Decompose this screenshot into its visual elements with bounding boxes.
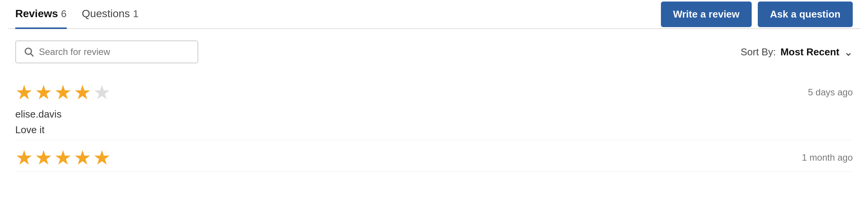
- ask-question-button[interactable]: Ask a question: [758, 2, 853, 27]
- reviews-list: ★ ★ ★ ★ ★ 5 days ago elise.davis Love it…: [8, 71, 860, 176]
- star-rating: ★ ★ ★ ★ ★: [15, 148, 111, 168]
- tab-reviews-label: Reviews: [15, 8, 58, 20]
- tab-actions: Write a review Ask a question: [661, 2, 853, 27]
- tab-reviews-count: 6: [61, 8, 66, 20]
- star-3: ★: [54, 82, 72, 102]
- star-4: ★: [74, 82, 92, 102]
- star-rating: ★ ★ ★ ★ ★: [15, 82, 111, 102]
- star-5: ★: [93, 148, 111, 168]
- reviewer-name: elise.davis: [15, 108, 853, 120]
- write-review-button[interactable]: Write a review: [661, 2, 752, 27]
- star-4: ★: [74, 148, 92, 168]
- star-2: ★: [35, 148, 53, 168]
- svg-line-1: [31, 53, 33, 56]
- star-3: ★: [54, 148, 72, 168]
- star-5: ★: [93, 82, 111, 102]
- table-row: ★ ★ ★ ★ ★ 1 month ago: [15, 140, 853, 172]
- search-sort-row: Sort By: Most Recent ⌄: [8, 29, 860, 71]
- table-row: ★ ★ ★ ★ ★ 5 days ago elise.davis Love it: [15, 75, 853, 140]
- review-date: 1 month ago: [802, 152, 853, 163]
- review-header: ★ ★ ★ ★ ★ 5 days ago: [15, 82, 853, 102]
- search-icon: [24, 47, 34, 57]
- search-input[interactable]: [39, 47, 190, 57]
- review-date: 5 days ago: [808, 87, 853, 98]
- tab-bar: Reviews 6 Questions 1 Write a review Ask…: [8, 0, 860, 29]
- tab-questions-count: 1: [133, 8, 138, 20]
- svg-point-0: [25, 48, 31, 54]
- sort-label: Sort By:: [741, 46, 776, 58]
- star-1: ★: [15, 148, 33, 168]
- sort-value: Most Recent: [780, 46, 839, 58]
- sort-chevron-icon[interactable]: ⌄: [844, 46, 853, 58]
- star-2: ★: [35, 82, 53, 102]
- review-header: ★ ★ ★ ★ ★ 1 month ago: [15, 148, 853, 168]
- tab-questions-label: Questions: [82, 8, 130, 20]
- tab-questions[interactable]: Questions 1: [82, 0, 139, 29]
- search-box: [15, 40, 198, 63]
- sort-row: Sort By: Most Recent ⌄: [741, 46, 853, 58]
- tab-reviews[interactable]: Reviews 6: [15, 0, 67, 29]
- review-text: Love it: [15, 124, 853, 136]
- star-1: ★: [15, 82, 33, 102]
- tabs-container: Reviews 6 Questions 1: [15, 0, 138, 28]
